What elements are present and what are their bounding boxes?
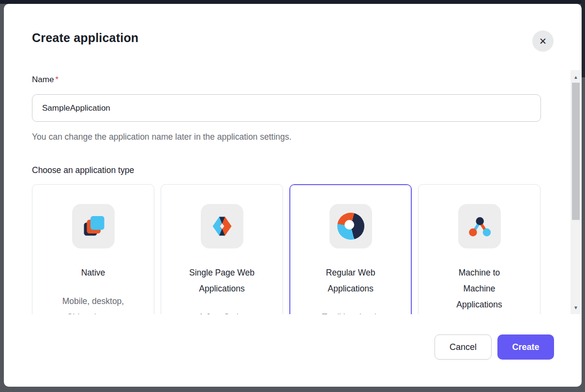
close-icon: ✕: [539, 36, 547, 47]
close-button[interactable]: ✕: [532, 30, 554, 52]
native-icon-tile: [72, 204, 115, 248]
scroll-up-arrow[interactable]: ▲: [570, 71, 581, 83]
required-asterisk: *: [55, 75, 59, 84]
application-type-cards: Native Mobile, desktop, CLI and smart Si…: [32, 184, 540, 314]
regular-web-icon-tile: [330, 204, 372, 248]
name-label: Name*: [32, 75, 59, 85]
card-title: Regular Web Applications: [326, 265, 375, 297]
card-single-page-web[interactable]: Single Page Web Applications A JavaScrip…: [161, 184, 283, 314]
m2m-icon-tile: [458, 204, 501, 248]
create-application-dialog: Create application ✕ Name* You can chang…: [4, 4, 582, 387]
card-native[interactable]: Native Mobile, desktop, CLI and smart: [32, 184, 154, 314]
application-type-label: Choose an application type: [32, 165, 134, 175]
dialog-title: Create application: [32, 31, 138, 45]
scroll-down-arrow[interactable]: ▼: [570, 302, 581, 313]
dialog-scroll-area: Name* You can change the application nam…: [4, 70, 567, 314]
page-behind-header: [0, 0, 585, 4]
native-stacked-squares-icon: [79, 212, 108, 241]
card-machine-to-machine[interactable]: Machine to Machine Applications: [418, 184, 540, 314]
card-description: A JavaScript: [198, 309, 245, 314]
card-title: Machine to Machine Applications: [456, 265, 502, 313]
regular-web-ring-icon: [337, 213, 364, 240]
card-title: Single Page Web Applications: [189, 265, 255, 297]
card-title: Native: [81, 265, 105, 281]
application-name-input[interactable]: [32, 94, 541, 122]
create-button[interactable]: Create: [497, 334, 554, 360]
scrollbar-thumb[interactable]: [572, 83, 580, 220]
spa-icon-tile: [201, 204, 243, 248]
name-helper-text: You can change the application name late…: [32, 132, 291, 142]
page-behind-right-edge: [581, 0, 585, 77]
card-regular-web[interactable]: Regular Web Applications Traditional web: [289, 184, 412, 314]
card-description: Mobile, desktop, CLI and smart: [62, 293, 124, 314]
cancel-button[interactable]: Cancel: [435, 334, 492, 360]
machine-to-machine-nodes-icon: [465, 212, 494, 241]
card-description: Traditional web: [322, 309, 379, 314]
vertical-scrollbar[interactable]: ▲ ▼: [570, 70, 581, 314]
dialog-footer: Cancel Create: [4, 331, 582, 364]
spa-diamonds-icon: [208, 212, 237, 241]
